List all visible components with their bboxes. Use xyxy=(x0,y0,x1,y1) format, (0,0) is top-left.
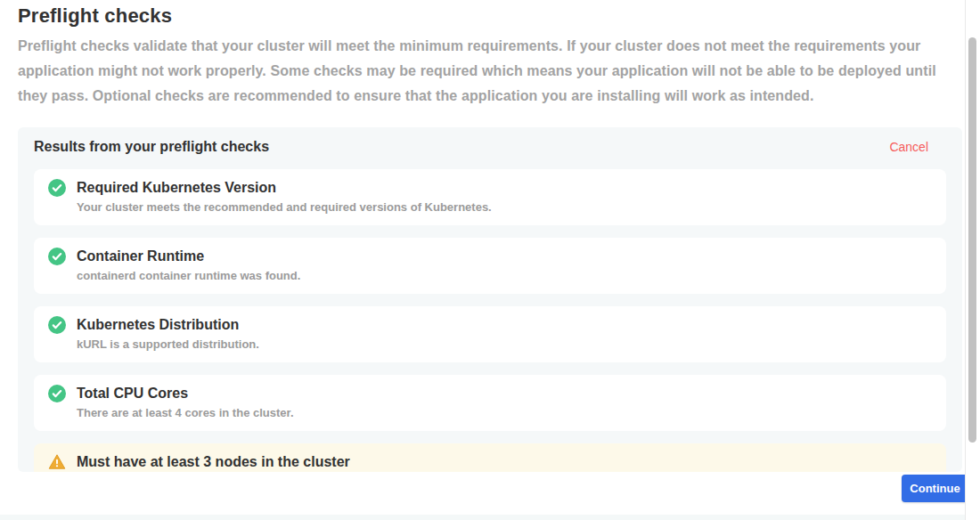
preflight-checks-page: Preflight checks Preflight checks valida… xyxy=(0,0,980,520)
preflight-results-panel: Results from your preflight checks Cance… xyxy=(18,127,962,472)
check-list: Required Kubernetes Version Your cluster… xyxy=(34,169,946,472)
warning-triangle-icon xyxy=(48,453,66,471)
panel-title: Results from your preflight checks xyxy=(34,139,269,155)
panel-header: Results from your preflight checks Cance… xyxy=(34,139,946,155)
check-title: Total CPU Cores xyxy=(77,384,294,402)
scrollbar-thumb[interactable] xyxy=(968,37,976,443)
check-circle-icon xyxy=(48,385,66,402)
cancel-button[interactable]: Cancel xyxy=(889,140,928,154)
continue-button[interactable]: Continue xyxy=(902,475,968,502)
check-description: containerd container runtime was found. xyxy=(77,269,300,283)
check-title: Must have at least 3 nodes in the cluste… xyxy=(77,452,350,471)
check-card: Kubernetes Distribution kURL is a suppor… xyxy=(34,306,946,362)
check-circle-icon xyxy=(48,316,66,334)
check-description: Your cluster meets the recommended and r… xyxy=(77,200,492,215)
page-title: Preflight checks xyxy=(18,4,172,28)
check-text: Kubernetes Distribution kURL is a suppor… xyxy=(77,315,259,352)
check-circle-icon xyxy=(48,179,66,197)
check-description: kURL is a supported distribution. xyxy=(77,337,259,352)
check-card: Required Kubernetes Version Your cluster… xyxy=(34,169,946,225)
check-title: Kubernetes Distribution xyxy=(77,315,259,334)
check-card: Must have at least 3 nodes in the cluste… xyxy=(34,443,946,472)
check-circle-icon xyxy=(48,248,66,265)
check-text: Total CPU Cores There are at least 4 cor… xyxy=(77,384,294,420)
check-card: Container Runtime containerd container r… xyxy=(34,238,946,294)
preflight-intro-text: Preflight checks validate that your clus… xyxy=(18,34,944,109)
footer-divider xyxy=(0,515,965,520)
check-title: Required Kubernetes Version xyxy=(77,178,492,197)
check-title: Container Runtime xyxy=(77,247,300,265)
check-text: Container Runtime containerd container r… xyxy=(77,247,300,283)
check-text: Must have at least 3 nodes in the cluste… xyxy=(77,452,350,472)
check-card: Total CPU Cores There are at least 4 cor… xyxy=(34,375,946,431)
check-description: There are at least 4 cores in the cluste… xyxy=(77,406,294,420)
scrollbar-track xyxy=(965,0,980,520)
check-text: Required Kubernetes Version Your cluster… xyxy=(77,178,492,215)
